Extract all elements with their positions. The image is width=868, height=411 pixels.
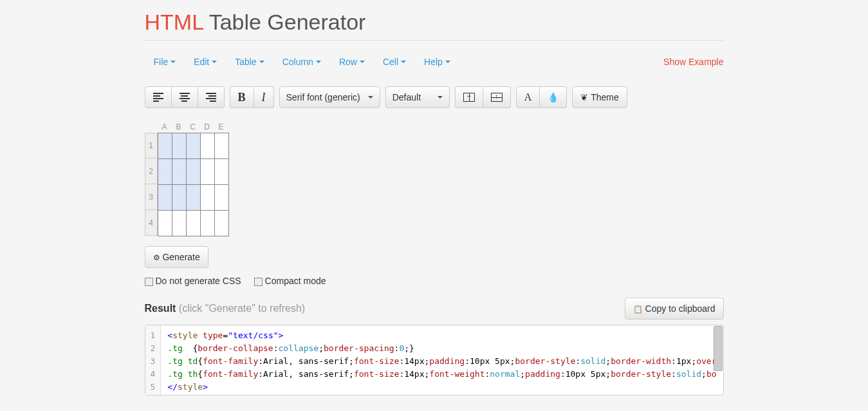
row-header[interactable]: 1 <box>145 133 158 158</box>
row-header[interactable]: 4 <box>145 210 158 236</box>
bold-button[interactable]: B <box>230 86 254 108</box>
table-cell[interactable] <box>172 185 186 211</box>
page-title: HTML Table Generator <box>145 10 724 35</box>
compact-label: Compact mode <box>265 276 326 286</box>
caret-down-icon <box>316 61 321 63</box>
style-group: B I <box>230 86 274 108</box>
menu-file[interactable]: File <box>154 57 176 67</box>
merge-vertical-icon <box>491 93 503 102</box>
caret-down-icon <box>438 96 443 99</box>
title-red: HTML <box>145 10 203 34</box>
table-cell[interactable] <box>172 211 186 236</box>
table-cell[interactable] <box>200 185 214 211</box>
color-group: A 💧 <box>516 86 568 108</box>
title-rest: Table Generator <box>203 10 366 34</box>
col-header[interactable]: E <box>214 121 228 133</box>
col-header[interactable]: A <box>158 121 172 133</box>
page-header: HTML Table Generator <box>145 0 724 41</box>
menu-help[interactable]: Help <box>424 57 450 67</box>
table-cell[interactable] <box>200 133 214 159</box>
scrollbar-thumb[interactable] <box>714 326 723 371</box>
merge-horizontal-button[interactable] <box>455 86 483 108</box>
table-cell[interactable] <box>172 159 186 185</box>
align-left-icon <box>153 91 163 103</box>
table-editor: ABCDE 1234 <box>145 121 229 236</box>
menu-column[interactable]: Column <box>282 57 321 67</box>
row-headers: 1234 <box>145 133 158 236</box>
gear-icon <box>153 252 160 262</box>
menu-label: Table <box>235 57 256 67</box>
menubar: FileEditTableColumnRowCellHelp Show Exam… <box>145 57 724 67</box>
menu-label: Column <box>282 57 313 67</box>
caret-down-icon <box>445 61 450 63</box>
table-cell[interactable] <box>200 211 214 236</box>
caret-down-icon <box>259 61 264 63</box>
table-cell[interactable] <box>214 185 228 211</box>
copy-label: Copy to clipboard <box>645 303 716 314</box>
menu-label: Row <box>339 57 357 67</box>
column-headers: ABCDE <box>158 121 229 133</box>
generate-button[interactable]: Generate <box>145 246 208 268</box>
caret-down-icon <box>212 61 217 63</box>
caret-down-icon <box>368 96 373 99</box>
table-cell[interactable] <box>214 159 228 185</box>
caret-down-icon <box>171 61 176 63</box>
checkbox-icon <box>145 278 153 286</box>
menu-table[interactable]: Table <box>235 57 264 67</box>
toolbar: B I Serif font (generic) Default A 💧 ❦ T… <box>145 86 724 108</box>
menu-label: Help <box>424 57 443 67</box>
copy-icon <box>633 303 645 314</box>
merge-group <box>455 86 511 108</box>
menu-label: Cell <box>383 57 398 67</box>
row-header[interactable]: 2 <box>145 158 158 184</box>
theme-label: Theme <box>591 92 619 102</box>
table-cell[interactable] <box>158 211 172 236</box>
table-cell[interactable] <box>214 133 228 159</box>
font-size-dropdown[interactable]: Default <box>385 86 450 108</box>
menu-row[interactable]: Row <box>339 57 365 67</box>
fill-color-button[interactable]: 💧 <box>540 86 567 108</box>
col-header[interactable]: C <box>186 121 200 133</box>
theme-button[interactable]: ❦ Theme <box>572 86 627 108</box>
table-cell[interactable] <box>214 211 228 236</box>
table-cell[interactable] <box>158 133 172 159</box>
no-css-option[interactable]: Do not generate CSS <box>145 276 241 286</box>
align-left-button[interactable] <box>145 86 172 108</box>
table-cell[interactable] <box>158 185 172 211</box>
align-right-button[interactable] <box>198 86 225 108</box>
table-grid[interactable] <box>158 133 229 236</box>
menu-edit[interactable]: Edit <box>194 57 217 67</box>
table-cell[interactable] <box>186 185 200 211</box>
options-row: Do not generate CSS Compact mode <box>145 276 724 286</box>
merge-vertical-button[interactable] <box>483 86 511 108</box>
align-right-icon <box>206 91 216 103</box>
table-cell[interactable] <box>186 211 200 236</box>
text-color-button[interactable]: A <box>516 86 540 108</box>
font-size-label: Default <box>392 92 421 102</box>
copy-to-clipboard-button[interactable]: Copy to clipboard <box>625 298 724 320</box>
table-cell[interactable] <box>186 133 200 159</box>
checkbox-icon <box>254 278 263 286</box>
compact-option[interactable]: Compact mode <box>254 276 326 286</box>
caret-down-icon <box>360 61 365 63</box>
col-header[interactable]: D <box>200 121 214 133</box>
italic-button[interactable]: I <box>254 86 274 108</box>
show-example-link[interactable]: Show Example <box>663 57 723 67</box>
result-header: Result (click "Generate" to refresh) Cop… <box>145 298 724 320</box>
row-header[interactable]: 3 <box>145 184 158 210</box>
table-cell[interactable] <box>200 159 214 185</box>
menu-label: File <box>154 57 169 67</box>
table-cell[interactable] <box>186 159 200 185</box>
code-output[interactable]: 123456 <style type="text/css">.tg {borde… <box>145 325 724 396</box>
generate-label: Generate <box>162 252 199 262</box>
align-center-button[interactable] <box>172 86 198 108</box>
table-cell[interactable] <box>158 159 172 185</box>
align-center-icon <box>180 91 190 103</box>
menu-cell[interactable]: Cell <box>383 57 406 67</box>
font-family-dropdown[interactable]: Serif font (generic) <box>279 86 380 108</box>
leaf-icon: ❦ <box>580 92 588 102</box>
col-header[interactable]: B <box>172 121 186 133</box>
table-cell[interactable] <box>172 133 186 159</box>
menus: FileEditTableColumnRowCellHelp <box>145 57 450 67</box>
result-label: Result (click "Generate" to refresh) <box>145 303 306 314</box>
